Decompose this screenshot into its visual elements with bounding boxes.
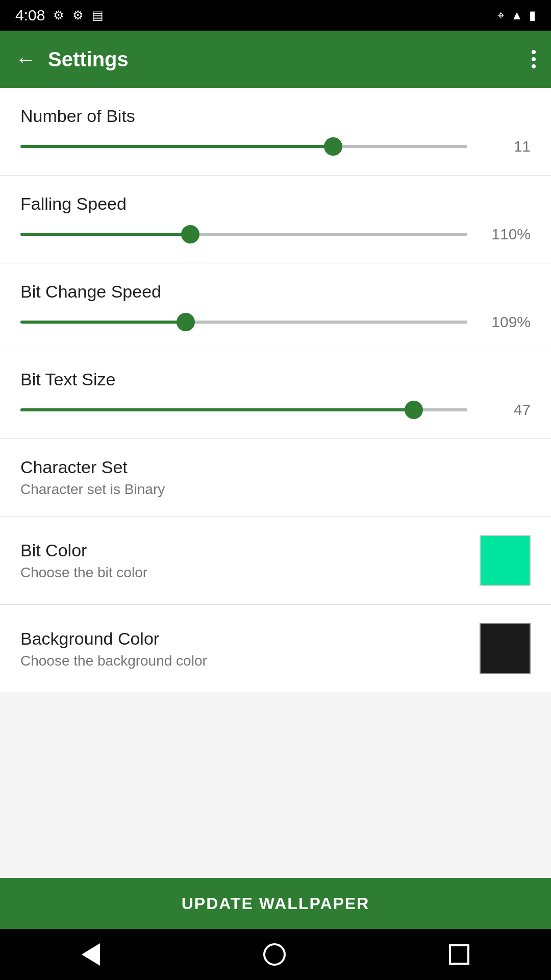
background-color-row: Background Color Choose the background c… <box>20 623 531 674</box>
nav-back-button[interactable] <box>82 943 100 966</box>
setting-background-color[interactable]: Background Color Choose the background c… <box>0 605 551 693</box>
setting-number-of-bits: Number of Bits 11 <box>0 88 551 176</box>
nav-recents-button[interactable] <box>449 944 469 965</box>
bit-color-text: Bit Color Choose the bit color <box>20 541 480 581</box>
background-color-text: Background Color Choose the background c… <box>20 629 480 669</box>
settings-gear1-icon: ⚙ <box>53 8 64 22</box>
bit-color-sublabel: Choose the bit color <box>20 565 480 581</box>
nav-home-button[interactable] <box>263 943 286 966</box>
setting-falling-speed: Falling Speed 110% <box>0 176 551 263</box>
status-bar: 4:08 ⚙ ⚙ ▤ ⌖ ▲ ▮ <box>0 0 551 31</box>
bit-color-label: Bit Color <box>20 541 480 560</box>
setting-bit-text-size: Bit Text Size 47 <box>0 351 551 439</box>
falling-speed-slider-row: 110% <box>20 224 531 244</box>
bit-color-swatch[interactable] <box>480 535 531 586</box>
update-wallpaper-button[interactable]: UPDATE WALLPAPER <box>0 878 551 929</box>
status-time: 4:08 <box>15 7 45 24</box>
bit-color-row: Bit Color Choose the bit color <box>20 535 531 586</box>
more-options-button[interactable] <box>532 50 536 68</box>
signal-icon: ▲ <box>511 8 523 22</box>
bit-text-size-slider-row: 47 <box>20 400 531 420</box>
character-set-sublabel: Character set is Binary <box>20 481 531 498</box>
number-of-bits-value: 11 <box>480 138 531 155</box>
number-of-bits-label: Number of Bits <box>20 106 531 126</box>
more-dot-1 <box>532 50 536 54</box>
number-of-bits-slider-row: 11 <box>20 136 531 157</box>
slider-track-fill <box>20 233 190 236</box>
navigation-bar <box>0 929 551 980</box>
slider-thumb[interactable] <box>181 225 199 243</box>
bit-change-speed-slider-row: 109% <box>20 312 531 332</box>
background-color-swatch[interactable] <box>480 623 531 674</box>
bit-change-speed-slider[interactable] <box>20 312 467 332</box>
status-bar-right: ⌖ ▲ ▮ <box>497 8 536 22</box>
status-bar-left: 4:08 ⚙ ⚙ ▤ <box>15 7 104 24</box>
app-bar-title: Settings <box>48 48 532 71</box>
bit-change-speed-label: Bit Change Speed <box>20 282 531 302</box>
falling-speed-slider[interactable] <box>20 224 467 244</box>
falling-speed-label: Falling Speed <box>20 194 531 214</box>
sd-card-icon: ▤ <box>92 8 104 22</box>
app-bar: ← Settings <box>0 31 551 88</box>
back-button[interactable]: ← <box>15 48 36 71</box>
bit-text-size-value: 47 <box>480 401 531 419</box>
settings-gear2-icon: ⚙ <box>72 8 84 22</box>
more-dot-3 <box>532 64 536 68</box>
background-color-label: Background Color <box>20 629 480 649</box>
character-set-label: Character Set <box>20 457 531 477</box>
battery-icon: ▮ <box>529 8 536 22</box>
slider-track-fill <box>20 321 186 324</box>
location-icon: ⌖ <box>497 8 505 22</box>
slider-thumb[interactable] <box>324 137 342 156</box>
setting-bit-change-speed: Bit Change Speed 109% <box>0 263 551 351</box>
bit-change-speed-value: 109% <box>480 313 531 331</box>
more-dot-2 <box>532 57 536 61</box>
setting-bit-color[interactable]: Bit Color Choose the bit color <box>0 517 551 605</box>
slider-track-fill <box>20 408 414 411</box>
falling-speed-value: 110% <box>480 226 531 243</box>
slider-thumb[interactable] <box>405 401 423 419</box>
bit-text-size-slider[interactable] <box>20 400 467 420</box>
setting-character-set[interactable]: Character Set Character set is Binary <box>0 439 551 517</box>
bit-text-size-label: Bit Text Size <box>20 370 531 389</box>
slider-thumb[interactable] <box>177 313 195 331</box>
settings-content: Number of Bits 11 Falling Speed 110% Bit… <box>0 88 551 878</box>
number-of-bits-slider[interactable] <box>20 136 467 157</box>
background-color-sublabel: Choose the background color <box>20 653 480 669</box>
slider-track-fill <box>20 145 333 148</box>
